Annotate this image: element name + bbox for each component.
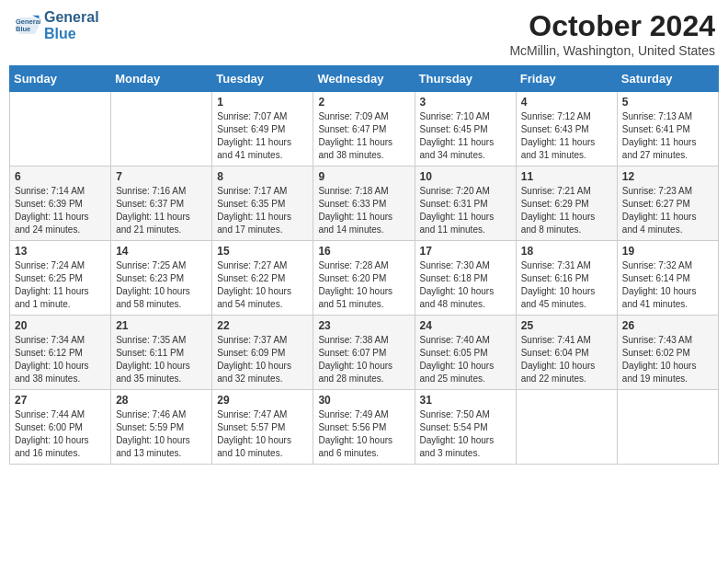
calendar-cell: 31Sunrise: 7:50 AM Sunset: 5:54 PM Dayli… <box>415 390 516 465</box>
day-info: Sunrise: 7:50 AM Sunset: 5:54 PM Dayligh… <box>420 408 511 460</box>
calendar-cell: 14Sunrise: 7:25 AM Sunset: 6:23 PM Dayli… <box>111 241 212 316</box>
day-number: 31 <box>420 394 511 407</box>
calendar-cell <box>10 92 111 167</box>
day-number: 15 <box>217 245 308 258</box>
day-info: Sunrise: 7:16 AM Sunset: 6:37 PM Dayligh… <box>116 185 207 236</box>
calendar-cell: 30Sunrise: 7:49 AM Sunset: 5:56 PM Dayli… <box>313 390 415 465</box>
calendar-cell: 10Sunrise: 7:20 AM Sunset: 6:31 PM Dayli… <box>415 167 516 241</box>
calendar-cell: 17Sunrise: 7:30 AM Sunset: 6:18 PM Dayli… <box>415 241 516 316</box>
day-info: Sunrise: 7:32 AM Sunset: 6:14 PM Dayligh… <box>622 259 713 311</box>
day-number: 8 <box>217 170 308 183</box>
day-info: Sunrise: 7:37 AM Sunset: 6:09 PM Dayligh… <box>217 334 308 385</box>
calendar-week-row: 6Sunrise: 7:14 AM Sunset: 6:39 PM Daylig… <box>10 167 719 241</box>
calendar-cell: 7Sunrise: 7:16 AM Sunset: 6:37 PM Daylig… <box>111 167 212 241</box>
calendar-cell: 9Sunrise: 7:18 AM Sunset: 6:33 PM Daylig… <box>313 167 415 241</box>
calendar-cell <box>111 92 212 167</box>
logo: General Blue General Blue <box>13 9 99 42</box>
weekday-header: Sunday <box>10 66 111 92</box>
month-title: October 2024 <box>509 9 715 43</box>
logo-icon: General Blue <box>13 12 40 40</box>
day-number: 28 <box>116 394 207 407</box>
svg-text:Blue: Blue <box>16 25 30 33</box>
day-number: 27 <box>15 394 106 407</box>
day-number: 6 <box>15 170 106 183</box>
calendar-cell: 4Sunrise: 7:12 AM Sunset: 6:43 PM Daylig… <box>516 92 617 167</box>
day-number: 29 <box>217 394 308 407</box>
weekday-header: Monday <box>111 66 212 92</box>
day-info: Sunrise: 7:35 AM Sunset: 6:11 PM Dayligh… <box>116 334 207 385</box>
logo-general: General <box>44 9 99 26</box>
calendar-cell: 29Sunrise: 7:47 AM Sunset: 5:57 PM Dayli… <box>212 390 313 465</box>
day-info: Sunrise: 7:25 AM Sunset: 6:23 PM Dayligh… <box>116 259 207 311</box>
calendar-cell: 18Sunrise: 7:31 AM Sunset: 6:16 PM Dayli… <box>516 241 617 316</box>
day-info: Sunrise: 7:49 AM Sunset: 5:56 PM Dayligh… <box>318 408 409 460</box>
calendar-week-row: 13Sunrise: 7:24 AM Sunset: 6:25 PM Dayli… <box>10 241 719 316</box>
weekday-header: Wednesday <box>313 66 415 92</box>
day-number: 30 <box>318 394 409 407</box>
day-number: 5 <box>622 96 713 109</box>
day-number: 2 <box>318 96 409 109</box>
day-number: 9 <box>318 170 409 183</box>
weekday-header: Friday <box>516 66 617 92</box>
day-number: 20 <box>15 319 106 332</box>
day-number: 18 <box>521 245 612 258</box>
calendar-cell: 20Sunrise: 7:34 AM Sunset: 6:12 PM Dayli… <box>10 316 111 390</box>
title-block: October 2024 McMillin, Washington, Unite… <box>509 9 715 58</box>
day-info: Sunrise: 7:18 AM Sunset: 6:33 PM Dayligh… <box>318 185 409 236</box>
day-info: Sunrise: 7:34 AM Sunset: 6:12 PM Dayligh… <box>15 334 106 385</box>
day-number: 4 <box>521 96 612 109</box>
day-info: Sunrise: 7:31 AM Sunset: 6:16 PM Dayligh… <box>521 259 612 311</box>
calendar-cell: 16Sunrise: 7:28 AM Sunset: 6:20 PM Dayli… <box>313 241 415 316</box>
day-number: 22 <box>217 319 308 332</box>
calendar-cell: 21Sunrise: 7:35 AM Sunset: 6:11 PM Dayli… <box>111 316 212 390</box>
calendar-cell: 2Sunrise: 7:09 AM Sunset: 6:47 PM Daylig… <box>313 92 415 167</box>
day-info: Sunrise: 7:14 AM Sunset: 6:39 PM Dayligh… <box>15 185 106 236</box>
day-info: Sunrise: 7:17 AM Sunset: 6:35 PM Dayligh… <box>217 185 308 236</box>
calendar-cell: 13Sunrise: 7:24 AM Sunset: 6:25 PM Dayli… <box>10 241 111 316</box>
calendar-cell: 15Sunrise: 7:27 AM Sunset: 6:22 PM Dayli… <box>212 241 313 316</box>
calendar-cell: 1Sunrise: 7:07 AM Sunset: 6:49 PM Daylig… <box>212 92 313 167</box>
calendar-week-row: 1Sunrise: 7:07 AM Sunset: 6:49 PM Daylig… <box>10 92 719 167</box>
location-title: McMillin, Washington, United States <box>509 43 715 58</box>
day-number: 13 <box>15 245 106 258</box>
day-number: 16 <box>318 245 409 258</box>
calendar-cell: 23Sunrise: 7:38 AM Sunset: 6:07 PM Dayli… <box>313 316 415 390</box>
calendar-cell: 11Sunrise: 7:21 AM Sunset: 6:29 PM Dayli… <box>516 167 617 241</box>
day-number: 26 <box>622 319 713 332</box>
page-header: General Blue General Blue October 2024 M… <box>9 9 719 58</box>
calendar-cell: 5Sunrise: 7:13 AM Sunset: 6:41 PM Daylig… <box>617 92 718 167</box>
weekday-header: Tuesday <box>212 66 313 92</box>
day-info: Sunrise: 7:21 AM Sunset: 6:29 PM Dayligh… <box>521 185 612 236</box>
calendar-cell <box>617 390 718 465</box>
day-info: Sunrise: 7:41 AM Sunset: 6:04 PM Dayligh… <box>521 334 612 385</box>
day-info: Sunrise: 7:47 AM Sunset: 5:57 PM Dayligh… <box>217 408 308 460</box>
calendar-cell: 19Sunrise: 7:32 AM Sunset: 6:14 PM Dayli… <box>617 241 718 316</box>
day-info: Sunrise: 7:12 AM Sunset: 6:43 PM Dayligh… <box>521 110 612 162</box>
calendar-cell <box>516 390 617 465</box>
calendar-cell: 8Sunrise: 7:17 AM Sunset: 6:35 PM Daylig… <box>212 167 313 241</box>
calendar-cell: 3Sunrise: 7:10 AM Sunset: 6:45 PM Daylig… <box>415 92 516 167</box>
day-info: Sunrise: 7:13 AM Sunset: 6:41 PM Dayligh… <box>622 110 713 162</box>
calendar-cell: 27Sunrise: 7:44 AM Sunset: 6:00 PM Dayli… <box>10 390 111 465</box>
day-number: 24 <box>420 319 511 332</box>
calendar-cell: 26Sunrise: 7:43 AM Sunset: 6:02 PM Dayli… <box>617 316 718 390</box>
day-info: Sunrise: 7:28 AM Sunset: 6:20 PM Dayligh… <box>318 259 409 311</box>
day-info: Sunrise: 7:27 AM Sunset: 6:22 PM Dayligh… <box>217 259 308 311</box>
calendar-week-row: 20Sunrise: 7:34 AM Sunset: 6:12 PM Dayli… <box>10 316 719 390</box>
day-number: 12 <box>622 170 713 183</box>
day-info: Sunrise: 7:43 AM Sunset: 6:02 PM Dayligh… <box>622 334 713 385</box>
day-number: 7 <box>116 170 207 183</box>
day-info: Sunrise: 7:09 AM Sunset: 6:47 PM Dayligh… <box>318 110 409 162</box>
day-number: 3 <box>420 96 511 109</box>
calendar-cell: 24Sunrise: 7:40 AM Sunset: 6:05 PM Dayli… <box>415 316 516 390</box>
calendar-table: SundayMondayTuesdayWednesdayThursdayFrid… <box>9 65 719 465</box>
weekday-header-row: SundayMondayTuesdayWednesdayThursdayFrid… <box>10 66 719 92</box>
day-info: Sunrise: 7:23 AM Sunset: 6:27 PM Dayligh… <box>622 185 713 236</box>
day-info: Sunrise: 7:38 AM Sunset: 6:07 PM Dayligh… <box>318 334 409 385</box>
day-info: Sunrise: 7:40 AM Sunset: 6:05 PM Dayligh… <box>420 334 511 385</box>
day-number: 25 <box>521 319 612 332</box>
day-number: 1 <box>217 96 308 109</box>
day-number: 11 <box>521 170 612 183</box>
calendar-week-row: 27Sunrise: 7:44 AM Sunset: 6:00 PM Dayli… <box>10 390 719 465</box>
calendar-cell: 28Sunrise: 7:46 AM Sunset: 5:59 PM Dayli… <box>111 390 212 465</box>
